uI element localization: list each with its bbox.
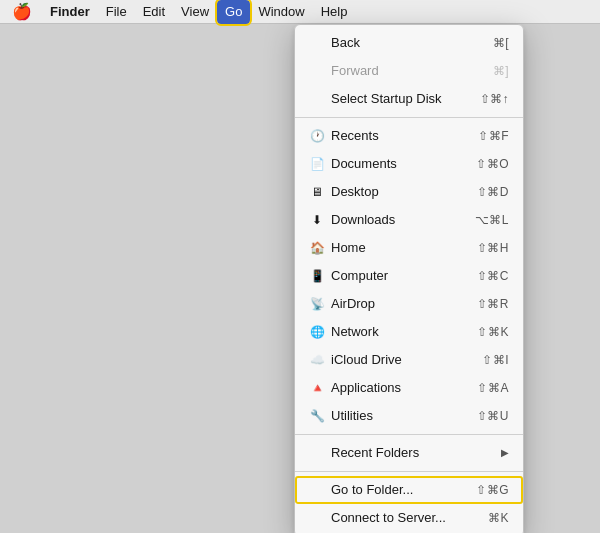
- menu-shortcut-startup: ⇧⌘↑: [480, 88, 510, 110]
- menu-label-airdrop: AirDrop: [331, 293, 375, 315]
- startup-icon: [309, 91, 325, 107]
- airdrop-icon: 📡: [309, 296, 325, 312]
- menu-shortcut-icloud: ⇧⌘I: [482, 349, 509, 371]
- home-icon: 🏠: [309, 240, 325, 256]
- menu-item-icloud[interactable]: ☁️ iCloud Drive ⇧⌘I: [295, 346, 523, 374]
- menu-item-forward[interactable]: Forward ⌘]: [295, 57, 523, 85]
- menubar-edit[interactable]: Edit: [135, 0, 173, 24]
- downloads-icon: ⬇: [309, 212, 325, 228]
- menu-label-network: Network: [331, 321, 379, 343]
- connect-server-icon: [309, 510, 325, 526]
- menu-shortcut-desktop: ⇧⌘D: [477, 181, 509, 203]
- menu-item-recent-folders[interactable]: Recent Folders ▶: [295, 439, 523, 467]
- icloud-icon: ☁️: [309, 352, 325, 368]
- back-icon: [309, 35, 325, 51]
- menu-item-back[interactable]: Back ⌘[: [295, 29, 523, 57]
- menubar: 🍎 Finder File Edit View Go Window Help: [0, 0, 600, 24]
- separator-3: [295, 471, 523, 472]
- menu-label-recent-folders: Recent Folders: [331, 442, 419, 464]
- separator-2: [295, 434, 523, 435]
- menu-item-airdrop[interactable]: 📡 AirDrop ⇧⌘R: [295, 290, 523, 318]
- menu-label-home: Home: [331, 237, 366, 259]
- menu-shortcut-forward: ⌘]: [493, 60, 509, 82]
- menu-item-recents[interactable]: 🕐 Recents ⇧⌘F: [295, 122, 523, 150]
- menubar-file[interactable]: File: [98, 0, 135, 24]
- menu-label-desktop: Desktop: [331, 181, 379, 203]
- menu-item-downloads[interactable]: ⬇ Downloads ⌥⌘L: [295, 206, 523, 234]
- menu-label-recents: Recents: [331, 125, 379, 147]
- menubar-view[interactable]: View: [173, 0, 217, 24]
- menu-shortcut-recents: ⇧⌘F: [478, 125, 509, 147]
- goto-folder-icon: [309, 482, 325, 498]
- menu-item-documents[interactable]: 📄 Documents ⇧⌘O: [295, 150, 523, 178]
- separator-1: [295, 117, 523, 118]
- menu-label-applications: Applications: [331, 377, 401, 399]
- recents-icon: 🕐: [309, 128, 325, 144]
- menu-item-home[interactable]: 🏠 Home ⇧⌘H: [295, 234, 523, 262]
- apple-menu[interactable]: 🍎: [8, 0, 42, 24]
- menu-label-icloud: iCloud Drive: [331, 349, 402, 371]
- recent-folders-icon: [309, 445, 325, 461]
- menu-item-connect-server[interactable]: Connect to Server... ⌘K: [295, 504, 523, 532]
- menu-shortcut-network: ⇧⌘K: [477, 321, 509, 343]
- menu-label-forward: Forward: [331, 60, 379, 82]
- forward-icon: [309, 63, 325, 79]
- menu-item-utilities[interactable]: 🔧 Utilities ⇧⌘U: [295, 402, 523, 430]
- desktop-icon: 🖥: [309, 184, 325, 200]
- menubar-finder[interactable]: Finder: [42, 0, 98, 24]
- menubar-window[interactable]: Window: [250, 0, 312, 24]
- menu-shortcut-home: ⇧⌘H: [477, 237, 509, 259]
- menu-label-documents: Documents: [331, 153, 397, 175]
- utilities-icon: 🔧: [309, 408, 325, 424]
- menubar-help[interactable]: Help: [313, 0, 356, 24]
- menu-shortcut-back: ⌘[: [493, 32, 509, 54]
- menu-label-goto-folder: Go to Folder...: [331, 479, 413, 501]
- applications-icon: 🔺: [309, 380, 325, 396]
- submenu-arrow-recent-folders: ▶: [501, 442, 510, 464]
- menu-label-back: Back: [331, 32, 360, 54]
- go-menu-dropdown: Back ⌘[ Forward ⌘] Select Startup Disk ⇧…: [294, 24, 524, 533]
- menubar-go[interactable]: Go: [217, 0, 250, 24]
- network-icon: 🌐: [309, 324, 325, 340]
- menu-item-applications[interactable]: 🔺 Applications ⇧⌘A: [295, 374, 523, 402]
- menu-label-utilities: Utilities: [331, 405, 373, 427]
- menu-shortcut-documents: ⇧⌘O: [476, 153, 509, 175]
- menu-item-desktop[interactable]: 🖥 Desktop ⇧⌘D: [295, 178, 523, 206]
- menu-shortcut-utilities: ⇧⌘U: [477, 405, 509, 427]
- menu-item-network[interactable]: 🌐 Network ⇧⌘K: [295, 318, 523, 346]
- documents-icon: 📄: [309, 156, 325, 172]
- menu-label-downloads: Downloads: [331, 209, 395, 231]
- menu-item-startup[interactable]: Select Startup Disk ⇧⌘↑: [295, 85, 523, 113]
- menu-label-computer: Computer: [331, 265, 388, 287]
- menu-shortcut-airdrop: ⇧⌘R: [477, 293, 509, 315]
- menu-item-computer[interactable]: 📱 Computer ⇧⌘C: [295, 262, 523, 290]
- menu-shortcut-goto-folder: ⇧⌘G: [476, 479, 509, 501]
- menu-shortcut-downloads: ⌥⌘L: [475, 209, 509, 231]
- menu-shortcut-computer: ⇧⌘C: [477, 265, 509, 287]
- menu-label-connect-server: Connect to Server...: [331, 507, 446, 529]
- menu-shortcut-connect-server: ⌘K: [488, 507, 509, 529]
- menu-label-startup: Select Startup Disk: [331, 88, 442, 110]
- menu-shortcut-applications: ⇧⌘A: [477, 377, 509, 399]
- menu-item-goto-folder[interactable]: Go to Folder... ⇧⌘G: [295, 476, 523, 504]
- computer-icon: 📱: [309, 268, 325, 284]
